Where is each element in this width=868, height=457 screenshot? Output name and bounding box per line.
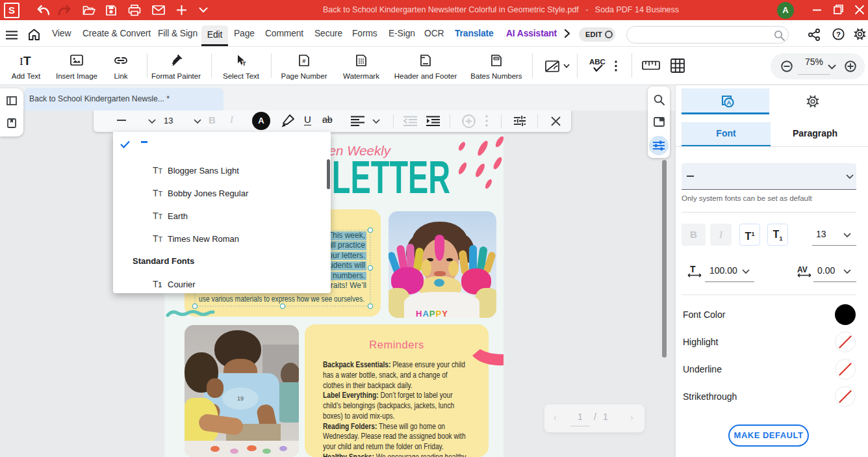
svg-text:?: ?: [836, 31, 841, 38]
svg-text:AV: AV: [797, 265, 808, 274]
svg-text:010: 010: [494, 57, 498, 60]
svg-text:T: T: [242, 60, 246, 67]
svg-text:ABC: ABC: [589, 58, 606, 66]
svg-text:T: T: [690, 265, 696, 274]
svg-text:T: T: [23, 54, 31, 67]
svg-text:#: #: [302, 57, 306, 64]
svg-text:A: A: [727, 99, 732, 106]
